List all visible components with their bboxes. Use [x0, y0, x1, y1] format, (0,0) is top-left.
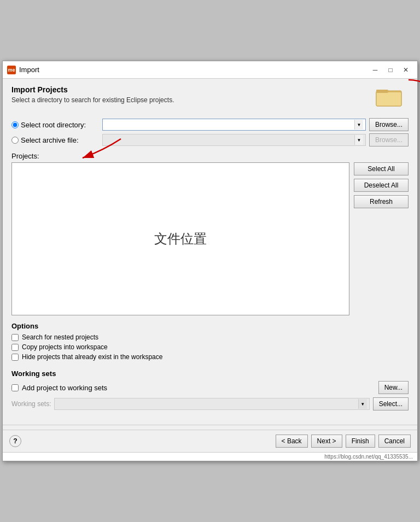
projects-area-wrapper: 文件位置 Select All Deselect All Refresh — [11, 162, 409, 315]
title-bar-left: me Import — [7, 66, 39, 74]
header-text: Import Projects Select a directory to se… — [11, 85, 376, 104]
hide-projects-label: Hide projects that already exist in the … — [22, 353, 162, 361]
import-dialog: me Import ─ □ ✕ Import Projects Select a… — [2, 61, 418, 461]
nested-projects-checkbox[interactable] — [11, 334, 19, 341]
footer: ? < Back Next > Finish Cancel — [3, 430, 417, 452]
root-browse-button[interactable]: Browse... — [369, 118, 409, 131]
working-sets-title: Working sets — [11, 369, 409, 378]
archive-dropdown-arrow: ▼ — [354, 135, 363, 145]
footer-separator — [3, 425, 417, 425]
root-directory-label[interactable]: Select root directory: — [11, 121, 99, 129]
archive-file-input — [105, 136, 354, 144]
working-sets-dropdown-arrow: ▼ — [358, 399, 367, 409]
root-directory-dropdown-arrow[interactable]: ▼ — [354, 120, 363, 130]
cancel-button[interactable]: Cancel — [378, 435, 411, 448]
footer-left: ? — [9, 435, 21, 447]
archive-browse-button: Browse... — [369, 133, 409, 146]
header-subtitle: Select a directory to search for existin… — [11, 96, 376, 104]
add-working-sets-label: Add project to working sets — [22, 384, 107, 392]
root-directory-combo[interactable]: ▼ — [102, 119, 366, 131]
projects-placeholder: 文件位置 — [154, 230, 207, 248]
root-directory-radio[interactable] — [11, 121, 19, 128]
header-section: Import Projects Select a directory to se… — [11, 85, 409, 113]
footer-right: < Back Next > Finish Cancel — [276, 435, 411, 448]
working-sets-input-row: Working sets: ▼ Select... — [11, 397, 409, 410]
options-title: Options — [11, 322, 409, 330]
url-bar: https://blog.csdn.net/qq_41335535... — [3, 452, 417, 461]
form-section: Select root directory: ▼ Browse... Selec… — [11, 118, 409, 146]
app-icon: me — [7, 66, 16, 74]
archive-file-label[interactable]: Select archive file: — [11, 136, 99, 144]
red-arrow-annotation-1 — [398, 74, 420, 113]
select-working-set-button[interactable]: Select... — [373, 397, 409, 410]
next-button[interactable]: Next > — [311, 435, 342, 448]
close-button[interactable]: ✕ — [399, 64, 413, 75]
root-directory-row: Select root directory: ▼ Browse... — [11, 118, 409, 131]
deselect-all-button[interactable]: Deselect All — [354, 179, 409, 192]
minimize-button[interactable]: ─ — [368, 64, 382, 75]
working-sets-combo: ▼ — [54, 398, 369, 410]
window-title: Import — [19, 66, 39, 74]
help-button[interactable]: ? — [9, 435, 21, 447]
archive-file-row: Select archive file: ▼ Browse... — [11, 133, 409, 146]
projects-label: Projects: — [11, 152, 409, 160]
new-working-set-button[interactable]: New... — [378, 381, 409, 394]
folder-icon-area — [376, 85, 409, 113]
back-button[interactable]: < Back — [276, 435, 308, 448]
copy-projects-row: Copy projects into workspace — [11, 343, 409, 351]
working-sets-field-label: Working sets: — [11, 400, 51, 408]
refresh-button[interactable]: Refresh — [354, 195, 409, 208]
url-text: https://blog.csdn.net/qq_41335535... — [324, 454, 413, 460]
hide-projects-checkbox[interactable] — [11, 354, 19, 361]
dialog-content: Import Projects Select a directory to se… — [3, 79, 417, 420]
svg-rect-3 — [376, 90, 388, 93]
archive-file-combo: ▼ — [102, 134, 366, 146]
title-bar-buttons: ─ □ ✕ — [368, 64, 413, 75]
nested-projects-label: Search for nested projects — [22, 333, 98, 341]
projects-list[interactable]: 文件位置 — [11, 162, 349, 315]
select-all-button[interactable]: Select All — [354, 162, 409, 175]
title-bar: me Import ─ □ ✕ — [3, 61, 417, 79]
root-directory-input[interactable] — [105, 121, 354, 128]
working-sets-section: Working sets Add project to working sets… — [11, 369, 409, 410]
finish-button[interactable]: Finish — [346, 435, 375, 448]
options-section: Options Search for nested projects Copy … — [11, 322, 409, 363]
add-working-sets-row: Add project to working sets New... — [11, 381, 409, 394]
copy-projects-checkbox[interactable] — [11, 344, 19, 351]
maximize-button[interactable]: □ — [383, 64, 398, 75]
archive-file-radio[interactable] — [11, 137, 19, 144]
header-title: Import Projects — [11, 85, 376, 94]
projects-buttons: Select All Deselect All Refresh — [354, 162, 409, 315]
nested-projects-row: Search for nested projects — [11, 333, 409, 341]
add-working-sets-checkbox[interactable] — [11, 384, 19, 391]
copy-projects-label: Copy projects into workspace — [22, 343, 108, 351]
hide-projects-row: Hide projects that already exist in the … — [11, 353, 409, 361]
